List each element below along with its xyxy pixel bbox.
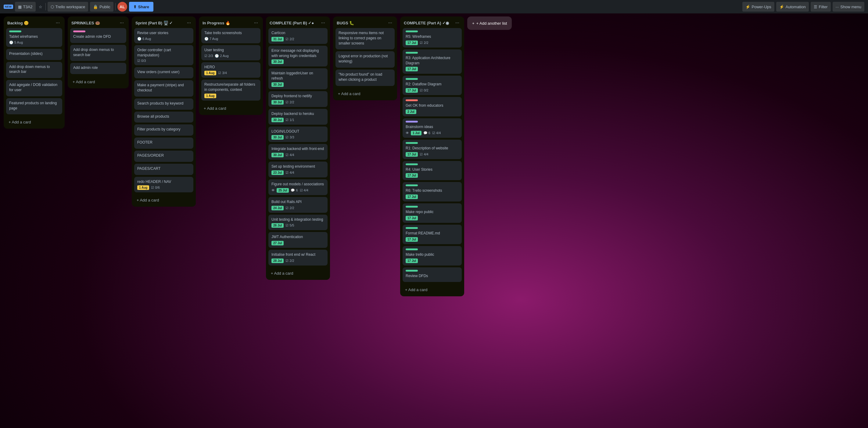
card-jwt[interactable]: JWT Authentication 27 Jul <box>269 232 328 248</box>
card-r3-architecture[interactable]: R3: Application Architecture Diagram 17 … <box>403 50 462 74</box>
card-revise-stories[interactable]: Revise user stories 🕐 6 Aug <box>134 28 193 43</box>
card-get-ok[interactable]: Get OK from educators 2 Jul <box>403 97 462 117</box>
filter-button[interactable]: ☰ Filter <box>811 2 831 11</box>
add-card-button-complete-a[interactable]: + Add a card <box>403 286 462 294</box>
card-create-admin-dfd[interactable]: Create admin role DFD <box>70 28 126 43</box>
card-r2-dataflow[interactable]: R2: Dataflow Diagram 17 Jul ☑ 0/2 <box>403 76 462 95</box>
card-title: JWT Authentication <box>272 234 324 240</box>
checklist-meta: ☑ 5/5 <box>285 224 294 227</box>
card-add-dropdown[interactable]: Add drop down menus to search bar <box>6 62 62 78</box>
card-presentation[interactable]: Presentation (slides) <box>6 49 62 60</box>
card-filter-category[interactable]: Filter products by category <box>134 124 193 136</box>
list-menu-button-sprinkles[interactable]: ··· <box>119 20 125 26</box>
card-meta: 26 Jul ☑ 5/5 <box>272 223 324 228</box>
card-title: Logout error in production (not working) <box>339 54 392 64</box>
card-redo-header[interactable]: redo HEADER / NAV 1 Aug ☑ 0/6 <box>134 177 193 193</box>
card-carticon[interactable]: CartIcon 31 Jul ☑ 2/2 <box>269 28 328 44</box>
share-button[interactable]: ⬆ Share <box>129 2 153 11</box>
card-testing-env[interactable]: Set up testing environment 23 Jul ☑ 4/4 <box>269 162 328 177</box>
card-integrate-backend[interactable]: Integrate backend with front-end 30 Jul … <box>269 144 328 160</box>
date-tag: 30 Jul <box>272 118 284 122</box>
card-title: Restructure/separate all folders in comp… <box>204 82 257 92</box>
card-payment[interactable]: Make a payment (stripe) and checkout <box>134 80 193 97</box>
card-error-message[interactable]: Error message not displaying with wrong … <box>269 46 328 67</box>
add-card-button-complete-b[interactable]: + Add a card <box>269 269 328 277</box>
star-button[interactable]: ☆ <box>37 2 43 11</box>
card-r1-description[interactable]: R1: Description of website 17 Jul ☑ 4/4 <box>403 140 462 159</box>
card-browse-products[interactable]: Browse all products <box>134 111 193 123</box>
power-ups-button[interactable]: ⚡ Power-Ups <box>742 2 774 11</box>
card-r6-screenshots[interactable]: R6: Trello screenshots 17 Jul <box>403 182 462 201</box>
card-title: Error message not displaying with wrong … <box>272 48 324 59</box>
board-view-button[interactable]: ▦ T3A2 <box>15 2 36 11</box>
list-backlog: Backlog 😊 ··· Tablet wireframes 🕐 5 Aug … <box>4 17 65 129</box>
power-ups-icon: ⚡ <box>745 5 750 9</box>
card-tablet-wireframes[interactable]: Tablet wireframes 🕐 5 Aug <box>6 28 62 47</box>
card-color-bar <box>406 31 418 32</box>
card-featured-products[interactable]: Featured products on landing page <box>6 98 62 114</box>
add-card-button-bugs[interactable]: + Add a card <box>336 90 395 98</box>
add-card-button-sprint-b[interactable]: + Add a card <box>134 196 193 204</box>
list-sprint-b: Sprint (Part B) 🖥️ ✓ ··· Revise user sto… <box>132 17 196 207</box>
card-meta: 17 Jul <box>406 173 459 178</box>
card-make-repo-public[interactable]: Make repo public 17 Jul <box>403 203 462 223</box>
card-hero[interactable]: HERO 1 Aug ☑ 3/4 <box>201 62 260 78</box>
card-user-testing[interactable]: User testing ☑ 2/3 🕐 2 Aug <box>201 45 260 60</box>
card-search-keyword[interactable]: Search products by keyword <box>134 98 193 110</box>
list-menu-button-backlog[interactable]: ··· <box>55 20 61 26</box>
card-make-trello-public[interactable]: Make trello public 17 Jul <box>403 246 462 265</box>
add-card-button-in-progress[interactable]: + Add a card <box>201 104 260 112</box>
workspace-button[interactable]: ⬡ Trello workspace <box>48 2 88 11</box>
card-models[interactable]: Figure out models / associations 👁 25 Ju… <box>269 179 328 195</box>
add-card-button-backlog[interactable]: + Add a card <box>6 118 62 126</box>
card-admin-role[interactable]: Add admin role <box>70 63 126 74</box>
visibility-button[interactable]: 🔒 Public <box>90 2 113 11</box>
card-order-controller[interactable]: Order controller (cart manipulation) ☑ 0… <box>134 45 193 66</box>
card-login-logout[interactable]: LOGIN/LOGOUT 30 Jul ☑ 3/3 <box>269 127 328 142</box>
avatar[interactable]: AL <box>117 2 127 11</box>
add-card-button-sprinkles[interactable]: + Add a card <box>70 78 126 86</box>
card-r4-stories[interactable]: R4: User Stories 17 Jul <box>403 161 462 180</box>
card-title: FOOTER <box>137 140 190 145</box>
card-deploy-backend[interactable]: Deploy backend to heroku 30 Jul ☑ 1/1 <box>269 109 328 125</box>
list-menu-button-bugs[interactable]: ··· <box>387 20 394 26</box>
show-menu-button[interactable]: ··· Show menu <box>833 2 865 11</box>
card-view-orders[interactable]: View orders (current user) <box>134 67 193 78</box>
card-format-readme[interactable]: Format README.md 17 Jul <box>403 225 462 244</box>
card-responsive-menu[interactable]: Responsive menu items not linking to cor… <box>336 28 395 50</box>
card-logout-error[interactable]: Logout error in production (not working) <box>336 51 395 68</box>
date-tag: 17 Jul <box>406 259 418 263</box>
card-rails-api[interactable]: Build out Rails API 24 Jul ☑ 2/2 <box>269 197 328 213</box>
card-title: Brainstorm ideas <box>406 124 459 130</box>
workspace-label: Trello workspace <box>56 5 85 9</box>
card-r5-wireframes[interactable]: R5: Wireframes 17 Jul ☑ 2/2 <box>403 28 462 47</box>
card-brainstorm[interactable]: Brainstorm ideas 👁 1 Jul 💬 6 ☑ 4/4 <box>403 118 462 138</box>
card-color-bar <box>406 163 418 165</box>
date-tag: 17 Jul <box>406 67 418 71</box>
card-logged-in-user[interactable]: Maintain loggedInUser on refresh 30 Jul <box>269 68 328 89</box>
date-tag: 17 Jul <box>406 88 418 93</box>
card-pages-cart[interactable]: PAGES/CART <box>134 164 193 175</box>
card-dropdown-sprinkles[interactable]: Add drop down menus to search bar <box>70 45 126 61</box>
card-footer[interactable]: FOOTER <box>134 137 193 149</box>
card-review-dfds[interactable]: Review DFDs <box>403 267 462 282</box>
automation-button[interactable]: ⚡ Automation <box>776 2 809 11</box>
card-init-react[interactable]: Initialise front end w/ React 28 Jul ☑ 2… <box>269 250 328 265</box>
card-trello-screenshots[interactable]: Take trello screenshots 🕐 7 Aug <box>201 28 260 43</box>
card-pages-order[interactable]: PAGES/ORDER <box>134 151 193 162</box>
card-agegate[interactable]: Add agegate / DOB validation for user <box>6 80 62 96</box>
card-deploy-frontend[interactable]: Deploy frontend to netlify 30 Jul ☑ 2/2 <box>269 91 328 107</box>
card-unit-testing[interactable]: Unit testing & integration testing 26 Ju… <box>269 215 328 230</box>
checklist-meta: ☑ 2/2 <box>285 206 294 210</box>
list-menu-button-complete-a[interactable]: ··· <box>454 20 461 26</box>
date-meta: 🕐 7 Aug <box>204 37 218 41</box>
list-menu-button-complete-b[interactable]: ··· <box>320 20 326 26</box>
avatar-initials: AL <box>120 5 125 9</box>
list-menu-button-sprint-b[interactable]: ··· <box>186 20 192 26</box>
card-no-product[interactable]: "No product found" on load when clicking… <box>336 69 395 86</box>
add-list-button[interactable]: + + Add another list <box>467 17 512 30</box>
date-tag: 27 Jul <box>272 241 284 245</box>
list-menu-button-in-progress[interactable]: ··· <box>253 20 259 26</box>
date-tag: 17 Jul <box>406 152 418 157</box>
card-restructure[interactable]: Restructure/separate all folders in comp… <box>201 79 260 101</box>
